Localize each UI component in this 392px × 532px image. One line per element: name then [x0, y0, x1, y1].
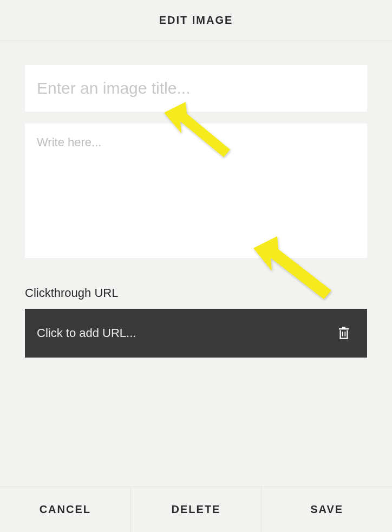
svg-rect-2 — [340, 330, 341, 339]
svg-rect-1 — [342, 327, 345, 328]
svg-rect-6 — [344, 332, 345, 336]
delete-button[interactable]: DELETE — [130, 487, 262, 532]
save-button[interactable]: SAVE — [261, 487, 392, 532]
clickthrough-url-row — [25, 309, 367, 358]
dialog-title: EDIT IMAGE — [159, 14, 233, 27]
trash-icon — [338, 327, 350, 340]
svg-rect-0 — [339, 328, 349, 329]
svg-rect-4 — [340, 338, 348, 339]
clear-url-button[interactable] — [335, 323, 353, 343]
clickthrough-url-label: Clickthrough URL — [25, 286, 367, 300]
dialog-header: EDIT IMAGE — [0, 0, 392, 41]
svg-rect-3 — [347, 330, 348, 339]
clickthrough-url-input[interactable] — [37, 326, 335, 340]
svg-rect-5 — [342, 332, 343, 336]
dialog-footer: CANCEL DELETE SAVE — [0, 486, 392, 532]
cancel-button[interactable]: CANCEL — [0, 487, 130, 532]
image-description-input[interactable] — [25, 124, 367, 258]
dialog-body: Clickthrough URL — [0, 41, 392, 358]
image-title-input[interactable] — [25, 65, 367, 112]
